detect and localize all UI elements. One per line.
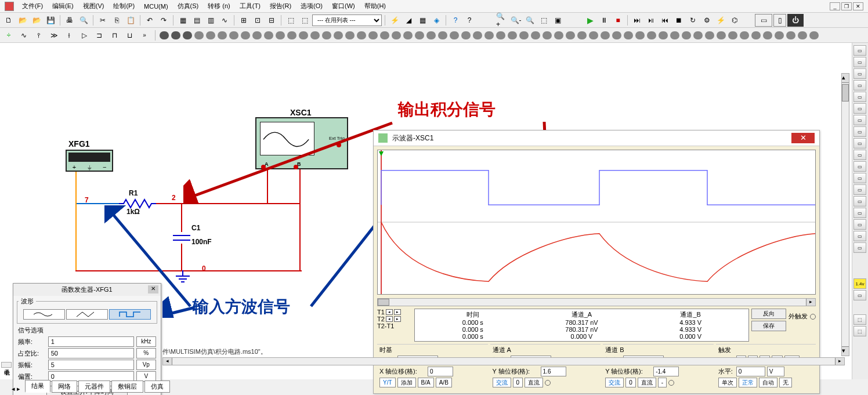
pill-icon[interactable] [183, 31, 192, 39]
comp3-icon[interactable]: ⊟ [265, 14, 278, 27]
frequency-input[interactable] [48, 336, 134, 347]
pill-icon[interactable] [426, 31, 436, 39]
pill-icon[interactable] [809, 31, 819, 39]
inst20-icon[interactable]: ⬚ [853, 314, 866, 325]
pill-icon[interactable] [392, 31, 401, 39]
pill-icon[interactable] [717, 31, 726, 39]
ab-button[interactable]: A/B [436, 378, 452, 387]
stop-icon[interactable]: ■ [612, 14, 624, 27]
ext-trig-terminal[interactable] [810, 314, 816, 320]
pill-icon[interactable] [705, 31, 714, 39]
inst8-icon[interactable]: ▭ [853, 126, 866, 137]
pill-icon[interactable] [438, 31, 447, 39]
chb-dc-button[interactable]: 直流 [638, 378, 656, 387]
pill-icon[interactable] [461, 31, 471, 39]
grid2-icon[interactable]: ▤ [190, 14, 203, 27]
pill-icon[interactable] [798, 31, 807, 39]
pill-icon[interactable] [310, 31, 320, 39]
inuse-combo[interactable]: --- 在用列表 --- [312, 15, 382, 26]
pill-icon[interactable] [751, 31, 761, 39]
inst10-icon[interactable]: ▭ [853, 150, 866, 160]
pill-icon[interactable] [496, 31, 505, 39]
redo-icon[interactable]: ↷ [157, 14, 170, 27]
pill-icon[interactable] [647, 31, 656, 39]
scope-screen[interactable] [377, 150, 816, 295]
pause-icon[interactable]: ⏸ [598, 14, 610, 27]
tab-result[interactable]: 结果 [25, 380, 50, 393]
pill-icon[interactable] [171, 31, 180, 39]
pill-icon[interactable] [775, 31, 784, 39]
pill-icon[interactable] [601, 31, 610, 39]
pill-icon[interactable] [368, 31, 378, 39]
new-icon[interactable]: 🗋 [2, 14, 15, 27]
comp2-icon[interactable]: ⊡ [251, 14, 264, 27]
pill-icon[interactable] [334, 31, 343, 39]
cha-0-button[interactable]: 0 [513, 378, 523, 387]
pill-icon[interactable] [299, 31, 308, 39]
pill-icon[interactable] [728, 31, 737, 39]
pill-icon[interactable] [345, 31, 355, 39]
step2-icon[interactable]: ⏯ [645, 14, 657, 27]
t2-left-button[interactable]: ◂ [386, 316, 393, 322]
square-wave-button[interactable] [109, 309, 151, 320]
grid3-icon[interactable]: ▥ [204, 14, 217, 27]
save-button[interactable]: 保存 [751, 321, 786, 331]
pill-icon[interactable] [531, 31, 540, 39]
pill-icon[interactable] [542, 31, 552, 39]
open-icon[interactable]: 📂 [16, 14, 29, 27]
pill-icon[interactable] [693, 31, 703, 39]
comp1-icon[interactable]: ⊞ [237, 14, 250, 27]
zoomarea-icon[interactable]: ⬚ [537, 14, 550, 27]
yt-button[interactable]: Y/T [379, 378, 396, 387]
cha-terminal[interactable] [545, 380, 551, 386]
restore-icon[interactable]: ❐ [841, 2, 852, 10]
pill-icon[interactable] [670, 31, 679, 39]
zoomfit-icon[interactable]: 🔍 [523, 14, 536, 27]
inst3-icon[interactable]: ▭ [853, 68, 866, 79]
meter1-icon[interactable]: ▭ [755, 14, 772, 27]
wave-icon[interactable]: ∿ [218, 14, 231, 27]
tab-sim[interactable]: 仿真 [144, 380, 170, 393]
ct7-icon[interactable]: ⊐ [93, 29, 106, 42]
reverse-button[interactable]: 反向 [751, 309, 786, 319]
probe2-icon[interactable]: ◢ [402, 14, 415, 27]
pill-icon[interactable] [380, 31, 389, 39]
trig-level-input[interactable] [736, 367, 765, 376]
preview-icon[interactable]: 🔍 [77, 14, 90, 27]
help-icon[interactable]: ? [449, 14, 462, 27]
close-icon[interactable]: ✕ [791, 133, 815, 143]
menu-transfer[interactable]: 转移 (n) [203, 1, 235, 12]
chb-ac-button[interactable]: 交流 [605, 378, 624, 387]
chb-terminal[interactable] [668, 380, 674, 386]
chb-yoff-input[interactable] [653, 367, 679, 376]
cha-yoff-input[interactable] [541, 367, 566, 376]
pill-icon[interactable] [276, 31, 285, 39]
more-icon[interactable]: » [138, 29, 151, 42]
pill-icon[interactable] [635, 31, 645, 39]
timebase-xoff-input[interactable] [428, 367, 453, 376]
inst2-icon[interactable]: ▭ [853, 57, 866, 67]
help2-icon[interactable]: ? [463, 14, 476, 27]
pill-icon[interactable] [473, 31, 482, 39]
trig-normal-button[interactable]: 正常 [739, 378, 757, 387]
pill-icon[interactable] [484, 31, 494, 39]
pill-icon[interactable] [589, 31, 598, 39]
menu-help[interactable]: 帮助(H) [360, 1, 390, 12]
horizontal-scrollbar[interactable]: ◂▸ [162, 357, 845, 365]
step8-icon[interactable]: ⌬ [728, 14, 741, 27]
amplitude-input[interactable] [48, 360, 134, 370]
pill-icon[interactable] [194, 31, 204, 39]
tab-net[interactable]: 网络 [52, 380, 77, 393]
add-button[interactable]: 添加 [397, 378, 416, 387]
minimize-icon[interactable]: _ [830, 2, 840, 10]
pill-icon[interactable] [763, 31, 772, 39]
inst-yellow-icon[interactable]: 1.4v [853, 278, 866, 289]
trig-level-unit[interactable] [767, 367, 784, 376]
inst21-icon[interactable]: ⬚ [853, 326, 866, 336]
inst17-icon[interactable]: ▭ [853, 231, 866, 241]
cut-icon[interactable]: ✂ [96, 14, 109, 27]
comp5-icon[interactable]: ⬚ [298, 14, 311, 27]
pill-icon[interactable] [322, 31, 331, 39]
chb-0-button[interactable]: 0 [625, 378, 636, 387]
inst15-icon[interactable]: ▭ [853, 208, 866, 218]
